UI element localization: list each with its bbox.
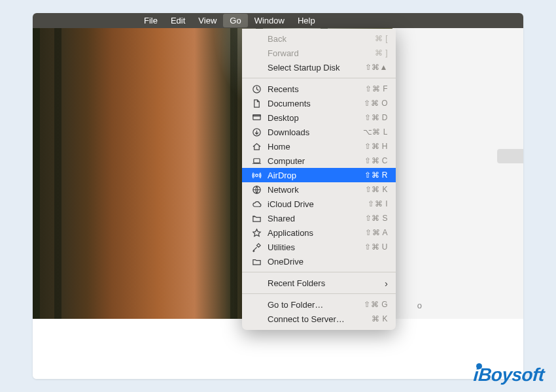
laptop-icon <box>251 155 262 167</box>
menu-forward-shortcut: ⌘ ] <box>375 48 388 57</box>
chevron-right-icon: › <box>385 278 388 289</box>
menu-separator <box>242 272 396 272</box>
svg-rect-4 <box>254 158 260 163</box>
menu-connect-to-server[interactable]: Connect to Server… ⌘ K <box>242 312 396 326</box>
menu-recents-shortcut: ⇧⌘ F <box>365 84 388 93</box>
menu-network[interactable]: Network ⇧⌘ K <box>242 182 396 197</box>
menu-documents[interactable]: Documents ⇧⌘ O <box>242 96 396 110</box>
finder-sidebar-selection <box>497 149 523 163</box>
stray-glyph: o <box>417 301 422 310</box>
downloads-icon <box>251 127 262 138</box>
menu-home-shortcut: ⇧⌘ H <box>364 142 388 151</box>
menu-icloud-drive[interactable]: iCloud Drive ⇧⌘ I <box>242 197 396 211</box>
menu-home[interactable]: Home ⇧⌘ H <box>242 139 396 154</box>
menu-recents[interactable]: Recents ⇧⌘ F <box>242 82 396 96</box>
menu-applications[interactable]: Applications ⇧⌘ A <box>242 225 396 240</box>
menu-separator <box>242 293 396 294</box>
finder-window-backdrop <box>392 28 523 319</box>
menu-home-label: Home <box>268 142 364 152</box>
cloud-icon <box>251 199 262 210</box>
menu-startup-label: Select Startup Disk <box>268 63 365 73</box>
menubar-go[interactable]: Go <box>223 14 247 27</box>
menu-startup-shortcut: ⇧⌘▲ <box>365 63 388 72</box>
clock-icon <box>251 84 262 95</box>
go-menu-dropdown: Back ⌘ [ Forward ⌘ ] Select Startup Disk… <box>242 29 396 330</box>
menu-back-label: Back <box>268 34 375 44</box>
menu-desktop-shortcut: ⇧⌘ D <box>364 113 388 122</box>
spacer-icon <box>251 33 262 44</box>
menu-network-label: Network <box>268 185 365 195</box>
menu-recent-folders[interactable]: Recent Folders › <box>242 276 396 290</box>
menu-onedrive-label: OneDrive <box>268 257 388 267</box>
home-icon <box>251 141 262 152</box>
menu-gotofolder-shortcut: ⇧⌘ G <box>364 300 388 309</box>
spacer-icon <box>251 278 262 289</box>
spacer-icon <box>251 62 262 73</box>
menu-onedrive[interactable]: OneDrive <box>242 254 396 269</box>
menu-back-shortcut: ⌘ [ <box>375 34 388 43</box>
watermark-logo: iBoysoft <box>474 365 544 385</box>
menubar-window[interactable]: Window <box>248 14 291 27</box>
spacer-icon <box>251 48 262 59</box>
menu-utilities-label: Utilities <box>268 242 364 252</box>
menubar-help[interactable]: Help <box>291 14 322 27</box>
menu-desktop-label: Desktop <box>268 113 364 123</box>
utilities-icon <box>251 242 262 253</box>
menu-icloud-label: iCloud Drive <box>268 199 368 209</box>
menu-applications-label: Applications <box>268 228 365 238</box>
menu-computer-shortcut: ⇧⌘ C <box>364 156 388 165</box>
svg-rect-2 <box>253 114 260 116</box>
menu-icloud-shortcut: ⇧⌘ I <box>368 199 388 208</box>
menu-separator <box>242 78 396 78</box>
spacer-icon <box>251 314 262 325</box>
spacer-icon <box>251 299 262 310</box>
globe-icon <box>251 184 262 195</box>
shared-folder-icon <box>251 213 262 224</box>
menu-airdrop-shortcut: ⇧⌘ R <box>364 171 388 180</box>
menu-utilities-shortcut: ⇧⌘ U <box>364 242 388 252</box>
menu-shared[interactable]: Shared ⇧⌘ S <box>242 211 396 225</box>
document-icon <box>251 98 262 109</box>
menu-downloads[interactable]: Downloads ⌥⌘ L <box>242 125 396 139</box>
menubar-edit[interactable]: Edit <box>164 14 192 27</box>
svg-point-5 <box>256 174 258 176</box>
menu-shared-label: Shared <box>268 214 365 223</box>
menubar-file[interactable]: File <box>137 14 164 27</box>
menu-connect-label: Connect to Server… <box>268 314 372 324</box>
menubar: File Edit View Go Window Help <box>33 13 523 28</box>
applications-icon <box>251 227 262 238</box>
menu-downloads-shortcut: ⌥⌘ L <box>363 127 388 137</box>
menu-desktop[interactable]: Desktop ⇧⌘ D <box>242 110 396 125</box>
menu-airdrop[interactable]: AirDrop ⇧⌘ R <box>242 168 396 182</box>
menu-shared-shortcut: ⇧⌘ S <box>365 214 388 223</box>
menu-recents-label: Recents <box>268 84 365 94</box>
watermark-text: iBoysoft <box>473 365 545 385</box>
menu-gotofolder-label: Go to Folder… <box>268 300 364 310</box>
menu-documents-shortcut: ⇧⌘ O <box>364 99 388 108</box>
airdrop-icon <box>251 170 262 181</box>
menu-computer[interactable]: Computer ⇧⌘ C <box>242 154 396 168</box>
menu-utilities[interactable]: Utilities ⇧⌘ U <box>242 240 396 254</box>
menu-select-startup-disk[interactable]: Select Startup Disk ⇧⌘▲ <box>242 60 396 74</box>
svg-rect-1 <box>253 114 260 120</box>
menu-computer-label: Computer <box>268 156 364 166</box>
menu-recent-folders-label: Recent Folders <box>268 278 382 288</box>
menu-documents-label: Documents <box>268 99 364 108</box>
folder-icon <box>251 256 262 267</box>
menu-downloads-label: Downloads <box>268 127 363 137</box>
menu-applications-shortcut: ⇧⌘ A <box>365 228 388 237</box>
menu-airdrop-label: AirDrop <box>268 171 364 180</box>
menu-forward: Forward ⌘ ] <box>242 46 396 60</box>
menu-connect-shortcut: ⌘ K <box>372 314 388 323</box>
menu-go-to-folder[interactable]: Go to Folder… ⇧⌘ G <box>242 297 396 312</box>
menu-network-shortcut: ⇧⌘ K <box>365 185 388 194</box>
menu-back: Back ⌘ [ <box>242 31 396 46</box>
desktop-icon <box>251 112 262 123</box>
menubar-view[interactable]: View <box>192 14 223 27</box>
menu-forward-label: Forward <box>268 48 375 58</box>
screenshot-frame: o File Edit View Go Window Help Back ⌘ [… <box>33 13 523 379</box>
